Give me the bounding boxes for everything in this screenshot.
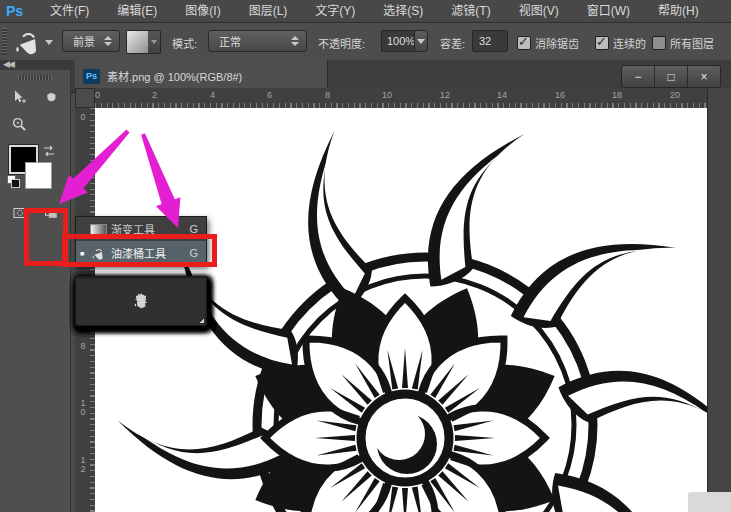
document-title: 素材.png @ 100%(RGB/8#) [107, 68, 242, 84]
anti-alias-checkbox[interactable] [517, 36, 531, 50]
ps-logo: Ps [6, 3, 36, 19]
menu-image[interactable]: 图像(I) [171, 0, 234, 22]
collapse-panel-icon[interactable]: ◀◀ [0, 60, 70, 70]
move-tool[interactable] [4, 84, 34, 110]
minimize-button[interactable]: − [622, 66, 655, 87]
tolerance-input[interactable] [472, 30, 508, 52]
ruler-number: 14 [497, 90, 507, 100]
menu-layer[interactable]: 图层(L) [235, 0, 302, 22]
menu-view[interactable]: 视图(V) [505, 0, 573, 22]
menu-edit[interactable]: 编辑(E) [103, 0, 171, 22]
mode-dropdown[interactable]: 正常 [208, 30, 307, 52]
spin-arrows-icon [104, 36, 112, 46]
ruler-number: 12 [440, 90, 450, 100]
hand-tool[interactable] [36, 84, 66, 110]
fill-source-value: 前景 [63, 33, 104, 49]
ruler-number: 0 [78, 112, 88, 121]
close-button[interactable]: × [688, 66, 720, 87]
ruler-number: 20 [670, 90, 680, 100]
opacity-value[interactable]: 100% [381, 30, 415, 52]
menu-filter[interactable]: 滤镜(T) [437, 0, 504, 22]
highlight-box-flyout [62, 234, 217, 267]
ruler-number: 8 [325, 90, 330, 100]
ruler-number: 2 [78, 169, 88, 178]
anti-alias-label[interactable]: 消除锯齿 [535, 35, 579, 51]
maximize-button[interactable]: □ [655, 66, 688, 87]
menu-type[interactable]: 文字(Y) [301, 0, 369, 22]
ruler-number: 6 [267, 90, 272, 100]
opacity-label: 不透明度: [318, 35, 365, 51]
mode-value: 正常 [209, 33, 291, 49]
menu-select[interactable]: 选择(S) [369, 0, 437, 22]
ruler-number: 10 [78, 398, 88, 416]
pattern-dropdown-icon[interactable] [148, 31, 160, 53]
corner-patch [688, 492, 731, 512]
panel-dock-edge [707, 88, 731, 512]
background-color-swatch[interactable] [25, 162, 52, 189]
pattern-thumbnail [127, 31, 148, 53]
panel-grip[interactable] [18, 75, 52, 80]
pattern-swatch[interactable] [126, 30, 161, 54]
custom-shape-tool[interactable] [75, 276, 207, 326]
all-layers-label[interactable]: 所有图层 [670, 35, 714, 51]
ruler-number: 8 [78, 341, 88, 350]
photoshop-window: Ps 文件(F) 编辑(E) 图像(I) 图层(L) 文字(Y) 选择(S) 滤… [0, 0, 731, 512]
color-swatches [5, 143, 65, 195]
opacity-dropdown-icon[interactable] [414, 30, 428, 52]
ruler-origin-box[interactable] [75, 88, 95, 108]
ruler-number: 10 [382, 90, 392, 100]
fill-source-dropdown[interactable]: 前景 [62, 30, 120, 52]
ruler-number: 16 [555, 90, 565, 100]
ps-file-icon: Ps [83, 69, 100, 84]
spin-arrows-icon [291, 36, 299, 46]
menu-file[interactable]: 文件(F) [36, 0, 103, 22]
tool-preset-dropdown-icon[interactable] [45, 40, 53, 45]
contiguous-label[interactable]: 连续的 [613, 35, 646, 51]
gradient-tool-icon [88, 224, 108, 235]
tolerance-label: 容差: [440, 35, 465, 51]
zoom-tool[interactable] [4, 111, 34, 137]
all-layers-checkbox[interactable] [652, 36, 666, 50]
horizontal-ruler: 0 2 4 6 8 10 12 14 16 18 20 [75, 88, 707, 109]
ruler-number: 2 [152, 90, 157, 100]
window-controls: − □ × [621, 65, 721, 88]
menu-help[interactable]: 帮助(H) [644, 0, 713, 22]
options-bar: 前景 模式: 正常 不透明度: 100% 容差: 消除锯齿 连续的 所有图层 [0, 23, 731, 61]
options-grip[interactable] [2, 28, 7, 55]
menu-bar: Ps 文件(F) 编辑(E) 图像(I) 图层(L) 文字(Y) 选择(S) 滤… [0, 0, 731, 23]
ruler-number: 18 [612, 90, 622, 100]
contiguous-checkbox[interactable] [595, 36, 609, 50]
ruler-number: 12 [78, 455, 88, 473]
menu-window[interactable]: 窗口(W) [573, 0, 644, 22]
tools-panel: ◀◀ [0, 60, 71, 512]
swap-colors-icon[interactable] [41, 143, 57, 159]
ruler-number: 0 [95, 90, 100, 100]
ruler-number: 4 [210, 90, 215, 100]
paint-bucket-icon[interactable] [13, 27, 43, 57]
mode-label: 模式: [172, 35, 197, 51]
